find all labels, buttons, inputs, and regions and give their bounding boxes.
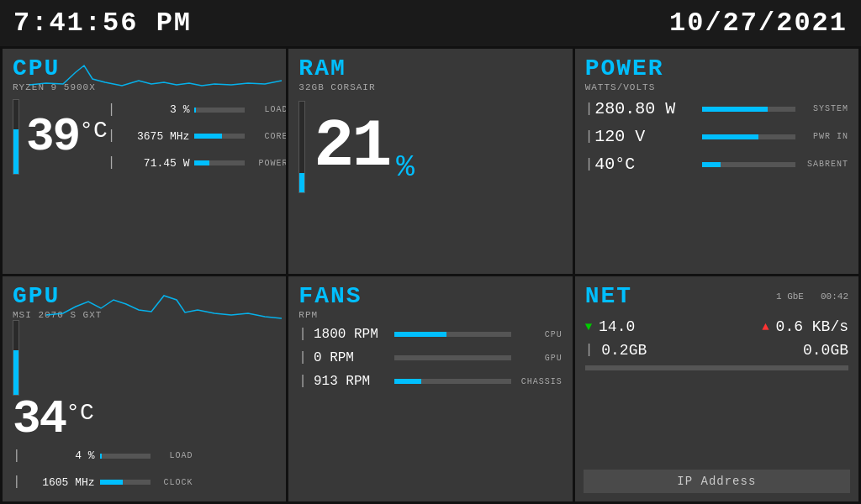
ram-subtitle: 32GB CORSAIR	[298, 82, 562, 92]
net-down-arrow: ▼	[585, 320, 592, 333]
net-header: NET 1 GbE 00:42	[585, 285, 848, 308]
power-title: POWER	[585, 57, 848, 81]
cpu-metric-load: | 3 % LOAD	[108, 102, 287, 118]
fan-row-gpu: | 0 RPM GPU	[298, 350, 562, 365]
fan-chassis-bar	[394, 379, 511, 384]
power-pwrin-bar	[702, 134, 795, 139]
net-title: NET	[585, 285, 632, 308]
cpu-metric-power: | 71.45 W POWER	[108, 155, 287, 171]
gpu-metrics: | 4 % LOAD | 1605 MHz CLOCK | 1750 MHz M…	[13, 443, 276, 501]
power-row-system: | 280.80 W SYSTEM	[585, 99, 848, 118]
header: 7:41:56 PM 10/27/2021	[0, 0, 861, 46]
gpu-metric-load: | 4 % LOAD	[13, 449, 276, 464]
fan-rows: | 1800 RPM CPU | 0 RPM GPU | 913 RPM CHA…	[298, 327, 562, 389]
cpu-core-label: CORE	[250, 132, 286, 141]
power-system-value: 280.80 W	[594, 99, 695, 118]
cpu-temp-value: 39	[26, 113, 79, 160]
ip-display: IP Address	[584, 470, 850, 493]
cpu-power-label: POWER	[250, 159, 286, 168]
gpu-load-label: LOAD	[156, 451, 193, 460]
cpu-load-bar	[194, 108, 245, 113]
fan-cpu-value: 1800 RPM	[314, 327, 389, 342]
power-subtitle: WATTS/VOLTS	[585, 82, 848, 92]
gpu-clock-label: CLOCK	[156, 478, 193, 487]
net-uptime: 1 GbE 00:42	[776, 291, 848, 302]
ram-percent-sign: %	[396, 150, 415, 185]
fan-row-cpu: | 1800 RPM CPU	[298, 327, 562, 342]
gpu-clock-bar	[100, 480, 151, 485]
power-system-label: SYSTEM	[802, 104, 848, 113]
cpu-load-value: 3 %	[122, 103, 189, 116]
gpu-load-value: 4 %	[28, 449, 95, 462]
net-rows: ▼ 14.0 ▲ 0.6 KB/s | 0.2GB 0.0GB	[585, 318, 848, 370]
cpu-panel: CPU RYZEN 9 5900x 39 °C | 3 % LOAD | 367…	[3, 49, 286, 274]
power-pwrin-value: 120 V	[594, 127, 695, 146]
power-sabrent-label: SABRENT	[802, 160, 848, 169]
cpu-core-value: 3675 MHz	[122, 130, 189, 143]
cpu-temp-bar	[13, 99, 19, 175]
gpu-panel: GPU MSI 2070 S GXT 34 °C | 4 % LOAD | 16…	[3, 276, 286, 501]
fan-chassis-label: CHASSIS	[516, 377, 563, 386]
ram-panel: RAM 32GB CORSAIR 21 %	[288, 49, 572, 274]
cpu-metric-core: | 3675 MHz CORE	[108, 129, 287, 144]
cpu-power-bar	[194, 160, 245, 165]
fan-gpu-value: 0 RPM	[314, 350, 389, 365]
power-pwrin-label: PWR IN	[802, 132, 848, 141]
fans-title: FANS	[298, 285, 562, 308]
cpu-sparkline	[29, 55, 282, 97]
power-row-sabrent: | 40°C SABRENT	[585, 155, 848, 174]
net-panel: NET 1 GbE 00:42 ▼ 14.0 ▲ 0.6 KB/s | 0.2G…	[575, 276, 858, 501]
fan-chassis-value: 913 RPM	[314, 374, 389, 389]
power-system-bar	[702, 107, 795, 112]
cpu-metrics: | 3 % LOAD | 3675 MHz CORE | 71.45 W POW…	[108, 97, 287, 176]
ram-title: RAM	[298, 57, 562, 81]
net-up-arrow: ▲	[762, 320, 769, 333]
power-row-pwrin: | 120 V PWR IN	[585, 127, 848, 146]
net-recv-value: 0.2GB	[601, 342, 647, 359]
power-panel: POWER WATTS/VOLTS | 280.80 W SYSTEM | 12…	[575, 49, 858, 274]
ip-label: IP Address	[677, 475, 756, 488]
gpu-temp-value: 34	[13, 396, 66, 443]
cpu-temp-unit: °C	[79, 118, 108, 144]
current-time: 7:41:56 PM	[13, 8, 192, 39]
gpu-metric-clock: | 1605 MHz CLOCK	[13, 475, 276, 490]
fan-gpu-bar	[394, 355, 511, 360]
cpu-core-bar	[194, 134, 245, 139]
net-sent-value: 0.0GB	[790, 342, 848, 359]
cpu-load-label: LOAD	[250, 105, 286, 114]
ram-percent-value: 21	[314, 113, 389, 181]
cpu-temp-display: 39 °C | 3 % LOAD | 3675 MHz CORE |	[13, 97, 276, 176]
fan-cpu-bar	[394, 332, 511, 337]
gpu-sparkline	[46, 283, 282, 325]
net-down-value: 14.0	[599, 318, 645, 335]
power-rows: | 280.80 W SYSTEM | 120 V PWR IN | 40°C …	[585, 99, 848, 174]
fan-cpu-label: CPU	[516, 330, 563, 339]
cpu-power-value: 71.45 W	[122, 157, 189, 170]
fan-row-chassis: | 913 RPM CHASSIS	[298, 374, 562, 389]
net-bar-row-down: | 0.2GB 0.0GB	[585, 342, 848, 359]
ram-bar	[298, 101, 305, 193]
gpu-temp-display: 34 °C | 4 % LOAD | 1605 MHz CLOCK |	[13, 320, 276, 501]
gpu-temp-bar	[13, 320, 19, 396]
power-sabrent-bar	[702, 162, 795, 167]
net-row-traffic: ▼ 14.0 ▲ 0.6 KB/s	[585, 318, 848, 335]
gpu-temp-unit: °C	[66, 400, 94, 426]
power-sabrent-value: 40°C	[594, 155, 695, 174]
ram-percent-display: 21 %	[298, 101, 562, 193]
gpu-clock-value: 1605 MHz	[28, 476, 95, 489]
gpu-load-bar	[100, 454, 151, 459]
current-date: 10/27/2021	[669, 8, 848, 39]
net-up-value: 0.6 KB/s	[776, 318, 848, 335]
fans-subtitle: RPM	[298, 310, 562, 320]
fans-panel: FANS RPM | 1800 RPM CPU | 0 RPM GPU | 91…	[288, 276, 572, 501]
fan-gpu-label: GPU	[516, 354, 563, 363]
main-grid: CPU RYZEN 9 5900x 39 °C | 3 % LOAD | 367…	[0, 46, 861, 504]
